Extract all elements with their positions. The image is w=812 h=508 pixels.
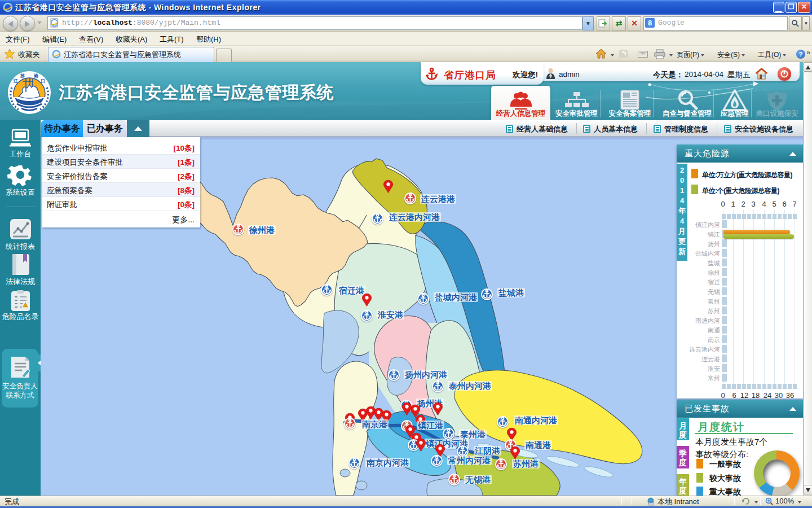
svg-text:苏: 苏 bbox=[20, 73, 25, 78]
svg-text:港: 港 bbox=[33, 73, 39, 78]
svg-text:口: 口 bbox=[41, 78, 45, 84]
svg-text:江: 江 bbox=[13, 78, 18, 84]
